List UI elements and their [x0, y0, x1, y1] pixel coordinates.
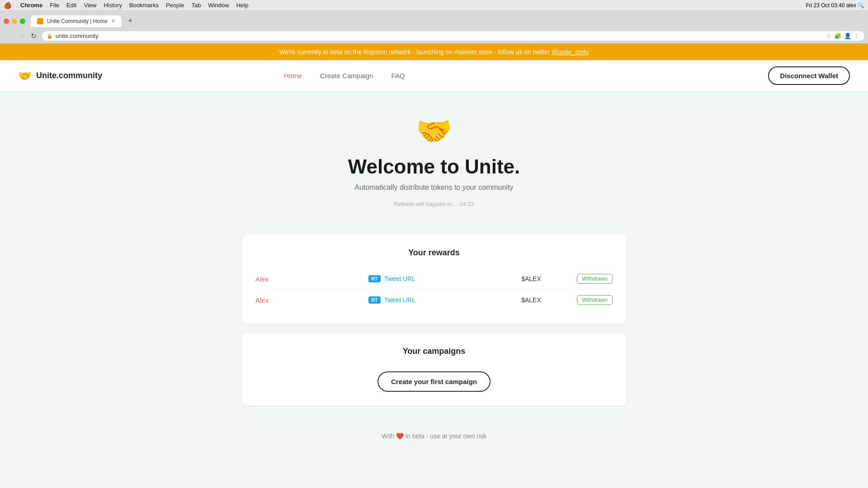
menu-file[interactable]: File [50, 2, 59, 9]
menu-window[interactable]: Window [208, 2, 229, 9]
reward-token-1: $ALEX [504, 275, 558, 282]
forward-button[interactable]: → [16, 31, 27, 41]
menu-chrome[interactable]: Chrome [20, 2, 42, 9]
site-logo[interactable]: 🤝 Unite.community [18, 70, 102, 82]
reward-token-2: $ALEX [504, 296, 558, 304]
disconnect-wallet-button[interactable]: Disconnect Wallet [768, 66, 850, 85]
menu-right-icons: Fri 23 Oct 03:40 alex 🔍 [806, 2, 864, 9]
nav-faq[interactable]: FAQ [392, 72, 405, 80]
welcome-title: Welcome to Unite. [18, 155, 850, 178]
campaigns-card: Your campaigns Create your first campaig… [242, 333, 626, 405]
beta-banner-text: We're currently in beta on the Ropsten n… [279, 48, 552, 56]
hero-section: 🤝 Welcome to Unite. Automatically distri… [9, 92, 859, 235]
menu-people[interactable]: People [166, 2, 184, 9]
minimize-window-button[interactable] [12, 19, 17, 24]
extensions-icon[interactable]: 🧩 [834, 33, 841, 39]
heart-emoji: ❤️ [396, 432, 404, 440]
menu-bookmarks[interactable]: Bookmarks [129, 2, 159, 9]
address-text: unite.community [56, 33, 99, 39]
logo-text: Unite.community [36, 71, 102, 80]
address-field[interactable]: 🔒 unite.community ☆ 🧩 👤 ⋮ [42, 31, 864, 41]
reward-name-1: Alex [255, 275, 368, 283]
reward-row-2: Alex RT Tweet URL $ALEX Withdrawn [255, 290, 613, 310]
maximize-window-button[interactable] [20, 19, 25, 24]
browser-chrome: Unite Community | Home ✕ + ← → ↻ 🔒 unite… [0, 11, 868, 44]
withdrawn-badge-2: Withdrawn [577, 295, 613, 305]
apple-logo: 🍎 [4, 2, 11, 9]
rt-badge-2: RT [368, 296, 381, 304]
handshake-emoji: 🤝 [18, 114, 850, 148]
reward-row-1: Alex RT Tweet URL $ALEX Withdrawn [255, 268, 613, 290]
nav-home[interactable]: Home [284, 72, 302, 80]
site-nav: 🤝 Unite.community Home Create Campaign F… [0, 60, 868, 92]
tab-favicon [37, 18, 43, 24]
profile-icon[interactable]: 👤 [844, 33, 851, 39]
welcome-subtitle: Automatically distribute tokens to your … [18, 183, 850, 192]
logo-icon: 🤝 [18, 70, 32, 82]
lock-icon: 🔒 [47, 33, 53, 39]
traffic-lights [4, 19, 25, 24]
twitter-link[interactable]: @unite_cmty [552, 48, 589, 56]
rt-badge-1: RT [368, 275, 381, 282]
menu-edit[interactable]: Edit [66, 2, 76, 9]
rewards-title: Your rewards [255, 248, 613, 258]
menu-history[interactable]: History [104, 2, 122, 9]
browser-toolbar-icons: ☆ 🧩 👤 ⋮ [826, 33, 860, 39]
tab-title: Unite Community | Home [47, 18, 108, 24]
reward-status-2: Withdrawn [558, 295, 613, 305]
tweet-url-link-1[interactable]: Tweet URL [384, 275, 415, 282]
nav-links: Home Create Campaign FAQ [284, 72, 405, 80]
new-tab-button[interactable]: + [123, 14, 137, 28]
mac-menubar: 🍎 Chrome File Edit View History Bookmark… [0, 0, 868, 11]
reload-button[interactable]: ↻ [29, 31, 38, 41]
withdrawn-badge-1: Withdrawn [577, 274, 613, 284]
reward-name-2: Alex [255, 296, 368, 304]
reward-status-1: Withdrawn [558, 274, 613, 284]
nav-create-campaign[interactable]: Create Campaign [320, 72, 373, 80]
browser-tab[interactable]: Unite Community | Home ✕ [31, 15, 122, 27]
tab-bar: Unite Community | Home ✕ + [0, 11, 868, 28]
reward-action-2: RT Tweet URL [368, 296, 504, 304]
create-campaign-button[interactable]: Create your first campaign [377, 371, 491, 392]
beta-banner: We're currently in beta on the Ropsten n… [0, 44, 868, 60]
nav-buttons: ← → ↻ [4, 31, 38, 41]
menu-icon[interactable]: ⋮ [854, 33, 860, 39]
bookmark-icon[interactable]: ☆ [826, 33, 831, 39]
footer-suffix: in beta - use at your own risk [404, 432, 486, 440]
menu-help[interactable]: Help [236, 2, 249, 9]
footer: With ❤️ in beta - use at your own risk [9, 423, 859, 449]
close-window-button[interactable] [4, 19, 9, 24]
menu-view[interactable]: View [84, 2, 96, 9]
tweet-url-link-2[interactable]: Tweet URL [384, 296, 415, 304]
campaigns-title: Your campaigns [255, 347, 613, 356]
tab-close-button[interactable]: ✕ [111, 18, 115, 24]
address-bar: ← → ↻ 🔒 unite.community ☆ 🧩 👤 ⋮ [0, 28, 868, 43]
footer-prefix: With [382, 432, 396, 440]
back-button[interactable]: ← [4, 31, 14, 41]
main-content: 🤝 Welcome to Unite. Automatically distri… [0, 92, 868, 453]
menu-tab[interactable]: Tab [191, 2, 201, 9]
reward-action-1: RT Tweet URL [368, 275, 504, 282]
refresh-countdown: Refresh will happen in… 04:23 [18, 201, 850, 207]
rewards-card: Your rewards Alex RT Tweet URL $ALEX Wit… [242, 235, 626, 324]
